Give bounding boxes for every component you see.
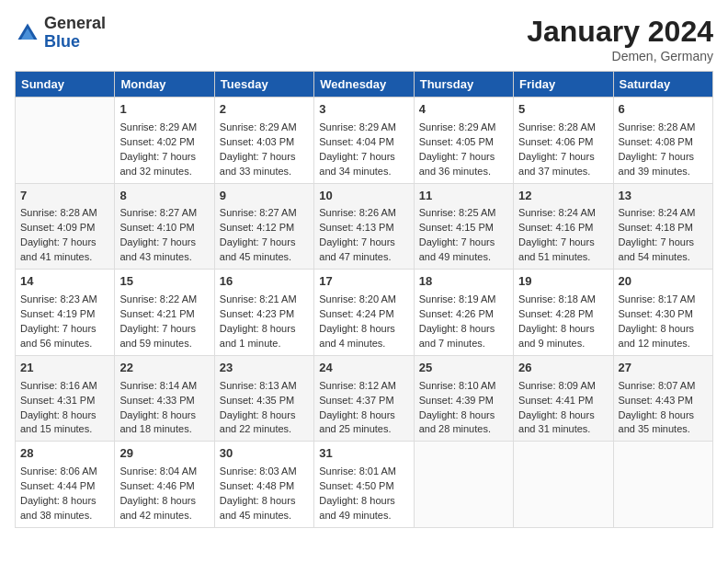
sunset-text: Sunset: 4:16 PM [518,222,593,233]
day-number: 10 [319,188,408,205]
daylight-text: Daylight: 7 hours and 37 minutes. [518,151,595,177]
sunset-text: Sunset: 4:35 PM [220,395,294,406]
logo-text: General Blue [44,15,106,52]
title-block: January 2024 Demen, Germany [527,15,713,63]
sunrise-text: Sunrise: 8:07 AM [619,380,696,391]
sunrise-text: Sunrise: 8:27 AM [119,207,197,218]
daylight-text: Daylight: 7 hours and 39 minutes. [619,151,695,177]
daylight-text: Daylight: 7 hours and 49 minutes. [419,236,495,262]
daylight-text: Daylight: 8 hours and 25 minutes. [319,409,395,435]
daylight-text: Daylight: 7 hours and 59 minutes. [119,323,196,349]
calendar-cell: 23Sunrise: 8:13 AMSunset: 4:35 PMDayligh… [214,355,313,442]
daylight-text: Daylight: 8 hours and 9 minutes. [518,323,595,349]
sunset-text: Sunset: 4:37 PM [319,395,393,406]
calendar-cell: 19Sunrise: 8:18 AMSunset: 4:28 PMDayligh… [514,270,613,356]
daylight-text: Daylight: 8 hours and 45 minutes. [220,495,296,521]
calendar-cell: 24Sunrise: 8:12 AMSunset: 4:37 PMDayligh… [314,355,414,442]
calendar-cell: 28Sunrise: 8:06 AMSunset: 4:44 PMDayligh… [16,442,115,528]
sunrise-text: Sunrise: 8:29 AM [220,121,297,132]
daylight-text: Daylight: 8 hours and 12 minutes. [619,323,695,349]
sunset-text: Sunset: 4:19 PM [20,308,95,319]
sunset-text: Sunset: 4:21 PM [119,308,194,319]
page-header: General Blue January 2024 Demen, Germany [15,15,713,63]
calendar-cell: 8Sunrise: 8:27 AMSunset: 4:10 PMDaylight… [115,183,214,270]
day-number: 3 [319,101,408,119]
sunrise-text: Sunrise: 8:21 AM [220,293,297,304]
sunset-text: Sunset: 4:10 PM [119,222,194,233]
day-number: 28 [20,445,109,463]
sunset-text: Sunset: 4:06 PM [518,136,593,147]
sunset-text: Sunset: 4:13 PM [319,222,393,233]
sunset-text: Sunset: 4:39 PM [419,395,494,406]
calendar-cell: 7Sunrise: 8:28 AMSunset: 4:09 PMDaylight… [16,183,115,270]
calendar-cell: 31Sunrise: 8:01 AMSunset: 4:50 PMDayligh… [314,442,414,528]
calendar-cell: 26Sunrise: 8:09 AMSunset: 4:41 PMDayligh… [514,355,613,442]
day-number: 2 [220,101,309,119]
day-header-thursday: Thursday [414,72,513,98]
calendar-cell: 25Sunrise: 8:10 AMSunset: 4:39 PMDayligh… [414,355,513,442]
calendar-week-4: 21Sunrise: 8:16 AMSunset: 4:31 PMDayligh… [16,355,713,442]
sunset-text: Sunset: 4:08 PM [619,136,693,147]
daylight-text: Daylight: 7 hours and 32 minutes. [119,151,196,177]
daylight-text: Daylight: 7 hours and 34 minutes. [319,151,395,177]
sunset-text: Sunset: 4:12 PM [220,222,294,233]
daylight-text: Daylight: 7 hours and 33 minutes. [220,151,296,177]
sunset-text: Sunset: 4:02 PM [119,136,194,147]
sunrise-text: Sunrise: 8:25 AM [419,207,496,218]
day-number: 22 [119,360,209,377]
sunset-text: Sunset: 4:05 PM [419,136,494,147]
daylight-text: Daylight: 7 hours and 54 minutes. [619,236,695,262]
sunrise-text: Sunrise: 8:24 AM [518,207,596,218]
calendar-cell [514,442,613,528]
day-header-sunday: Sunday [16,72,115,98]
calendar-cell: 16Sunrise: 8:21 AMSunset: 4:23 PMDayligh… [214,270,313,356]
daylight-text: Daylight: 8 hours and 28 minutes. [419,409,495,435]
sunset-text: Sunset: 4:48 PM [220,480,294,491]
sunset-text: Sunset: 4:43 PM [619,395,693,406]
calendar-week-5: 28Sunrise: 8:06 AMSunset: 4:44 PMDayligh… [16,442,713,528]
day-number: 14 [20,273,109,291]
day-header-monday: Monday [115,72,214,98]
day-number: 21 [20,360,109,377]
calendar-cell: 9Sunrise: 8:27 AMSunset: 4:12 PMDaylight… [214,183,313,270]
day-number: 5 [518,101,608,119]
sunrise-text: Sunrise: 8:26 AM [319,207,396,218]
location: Demen, Germany [527,49,713,63]
daylight-text: Daylight: 8 hours and 42 minutes. [119,495,196,521]
day-number: 6 [619,101,708,119]
day-number: 16 [220,273,309,291]
sunrise-text: Sunrise: 8:01 AM [319,465,396,477]
daylight-text: Daylight: 8 hours and 49 minutes. [319,495,395,521]
sunset-text: Sunset: 4:23 PM [220,308,294,319]
sunset-text: Sunset: 4:33 PM [119,395,194,406]
calendar-cell: 6Sunrise: 8:28 AMSunset: 4:08 PMDaylight… [613,98,712,184]
calendar-cell: 18Sunrise: 8:19 AMSunset: 4:26 PMDayligh… [414,270,513,356]
day-header-saturday: Saturday [613,72,712,98]
sunset-text: Sunset: 4:18 PM [619,222,693,233]
sunrise-text: Sunrise: 8:13 AM [220,380,297,391]
calendar-cell: 10Sunrise: 8:26 AMSunset: 4:13 PMDayligh… [314,183,414,270]
sunset-text: Sunset: 4:31 PM [20,395,95,406]
sunrise-text: Sunrise: 8:12 AM [319,380,396,391]
sunrise-text: Sunrise: 8:06 AM [20,465,97,477]
day-header-wednesday: Wednesday [314,72,414,98]
sunset-text: Sunset: 4:41 PM [518,395,593,406]
day-number: 12 [518,188,608,205]
daylight-text: Daylight: 7 hours and 43 minutes. [119,236,196,262]
sunset-text: Sunset: 4:24 PM [319,308,393,319]
calendar-cell: 12Sunrise: 8:24 AMSunset: 4:16 PMDayligh… [514,183,613,270]
sunset-text: Sunset: 4:04 PM [319,136,393,147]
daylight-text: Daylight: 7 hours and 41 minutes. [20,236,97,262]
daylight-text: Daylight: 7 hours and 47 minutes. [319,236,395,262]
calendar-cell: 22Sunrise: 8:14 AMSunset: 4:33 PMDayligh… [115,355,214,442]
sunset-text: Sunset: 4:03 PM [220,136,294,147]
day-number: 31 [319,445,408,463]
sunrise-text: Sunrise: 8:09 AM [518,380,596,391]
sunrise-text: Sunrise: 8:18 AM [518,293,596,304]
day-number: 15 [119,273,209,291]
calendar-cell: 11Sunrise: 8:25 AMSunset: 4:15 PMDayligh… [414,183,513,270]
daylight-text: Daylight: 8 hours and 38 minutes. [20,495,97,521]
sunrise-text: Sunrise: 8:20 AM [319,293,396,304]
daylight-text: Daylight: 7 hours and 56 minutes. [20,323,97,349]
sunrise-text: Sunrise: 8:04 AM [119,465,197,477]
